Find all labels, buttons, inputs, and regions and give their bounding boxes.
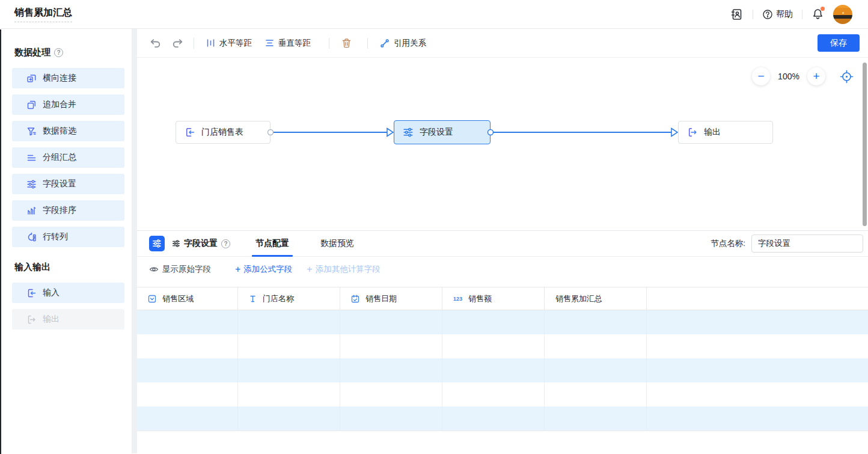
reference-relation-label: 引用关系 [394, 38, 426, 49]
table-cell [340, 310, 442, 334]
sidebar-item-field-sort[interactable]: 字段排序 [12, 200, 124, 221]
table-cell [137, 382, 238, 406]
notifications-button[interactable] [811, 8, 824, 20]
flow-canvas[interactable]: 门店销售表 字段设置 [137, 58, 868, 230]
column-header-sales-cumulative: 销售累加汇总 [545, 287, 647, 310]
undo-button[interactable] [149, 38, 161, 48]
add-formula-field-button[interactable]: + 添加公式字段 [235, 264, 292, 275]
sidebar-item-append-merge[interactable]: 追加合并 [12, 94, 124, 115]
table-cell [238, 358, 340, 382]
sidebar-divider [132, 29, 137, 453]
sidebar-item-horizontal-join[interactable]: 横向连接 [12, 68, 124, 88]
node-field-settings[interactable]: 字段设置 [394, 120, 491, 144]
node-help-icon[interactable]: ? [221, 239, 230, 248]
column-header-filler [647, 287, 868, 310]
save-button[interactable]: 保存 [818, 34, 860, 52]
canvas-scrollbar-thumb[interactable] [863, 63, 867, 226]
number-field-icon: 123 [453, 296, 462, 302]
table-row [137, 334, 868, 358]
vertical-spacing-label: 垂直等距 [278, 38, 311, 49]
table-cell [647, 334, 868, 358]
reference-relation-button[interactable]: 引用关系 [380, 38, 426, 49]
column-header-sales-amount: 123 销售额 [442, 287, 545, 310]
node-label: 字段设置 [420, 127, 453, 138]
edge-arrowhead [671, 129, 677, 137]
sidebar-item-label: 追加合并 [43, 99, 76, 110]
table-row [137, 310, 868, 334]
panel-header: 字段设置 ? 节点配置 数据预览 节点名称: [137, 231, 868, 257]
user-guide-button[interactable] [730, 8, 744, 21]
data-processing-help-icon[interactable]: ? [54, 48, 63, 57]
table-cell [340, 358, 442, 382]
sidebar-item-field-settings[interactable]: 字段设置 [12, 174, 124, 194]
sidebar: 数据处理 ? 横向连接 追加合并 [0, 29, 132, 453]
show-original-fields-button[interactable]: 显示原始字段 [149, 264, 211, 275]
node-output[interactable]: 输出 [678, 121, 773, 144]
section-title-data-processing: 数据处理 [14, 47, 50, 58]
redo-button[interactable] [172, 38, 184, 48]
table-cell [545, 382, 647, 406]
node-label: 门店销售表 [201, 127, 243, 138]
undo-icon [149, 38, 161, 48]
select-field-icon [148, 295, 156, 303]
table-cell [442, 358, 545, 382]
panel-title: 字段设置 [184, 238, 218, 249]
table-cell [238, 334, 340, 358]
node-name-input[interactable] [751, 235, 863, 253]
table-cell [238, 310, 340, 334]
text-field-icon [249, 295, 257, 303]
plus-icon: + [235, 264, 240, 275]
vertical-spacing-icon [265, 38, 274, 48]
help-button[interactable]: 帮助 [762, 9, 793, 20]
input-icon [26, 288, 37, 298]
table-cell [647, 358, 868, 382]
horizontal-spacing-icon [206, 38, 215, 48]
plus-icon: + [307, 264, 312, 275]
table-cell [647, 406, 868, 431]
table-cell [137, 334, 238, 358]
table-row [137, 382, 868, 406]
toolbar-divider [329, 38, 329, 49]
delete-node-button[interactable] [341, 38, 352, 49]
sidebar-item-label: 行转列 [43, 232, 68, 242]
node-store-sales-table[interactable]: 门店销售表 [176, 121, 270, 144]
field-settings-badge-icon [149, 236, 165, 251]
horizontal-spacing-button[interactable]: 水平等距 [206, 38, 252, 49]
topbar-divider [753, 10, 753, 19]
help-label: 帮助 [776, 9, 793, 20]
vertical-spacing-button[interactable]: 垂直等距 [265, 38, 311, 49]
column-header-sales-date: 销售日期 [340, 287, 442, 310]
page-title[interactable]: 销售累加汇总 [14, 7, 72, 22]
sidebar-item-row-to-column[interactable]: 行转列 [12, 227, 124, 247]
table-cell [340, 382, 442, 406]
tab-data-preview[interactable]: 数据预览 [317, 231, 358, 257]
column-label: 销售区域 [162, 293, 194, 304]
fields-table: 销售区域 门店名称 [137, 287, 868, 431]
zoom-in-button[interactable]: + [807, 67, 825, 85]
table-cell [545, 406, 647, 431]
sidebar-item-group-summary[interactable]: 分组汇总 [12, 147, 124, 168]
column-header-sales-region: 销售区域 [137, 287, 238, 310]
table-cell [545, 310, 647, 334]
fit-view-button[interactable] [840, 70, 854, 84]
sidebar-item-label: 分组汇总 [43, 152, 76, 163]
tab-node-config[interactable]: 节点配置 [252, 231, 293, 257]
group-summary-icon [26, 153, 37, 163]
add-other-calc-field-label: 添加其他计算字段 [316, 264, 381, 275]
canvas-toolbar: 水平等距 垂直等距 [137, 29, 868, 58]
sidebar-item-data-filter[interactable]: 数据筛选 [12, 121, 124, 141]
zoom-out-button[interactable]: − [752, 67, 770, 85]
field-settings-mini-icon [172, 239, 180, 248]
table-cell [442, 310, 545, 334]
column-label: 销售日期 [365, 293, 397, 304]
table-body [137, 310, 868, 431]
toolbar-divider [194, 38, 194, 49]
table-cell [238, 382, 340, 406]
sidebar-item-input[interactable]: 输入 [12, 283, 124, 303]
append-merge-icon [26, 100, 37, 110]
edge-arrowhead [387, 129, 393, 137]
field-settings-icon [403, 127, 414, 138]
input-icon [185, 127, 195, 138]
avatar[interactable] [833, 5, 852, 24]
sidebar-item-label: 字段设置 [43, 179, 76, 189]
